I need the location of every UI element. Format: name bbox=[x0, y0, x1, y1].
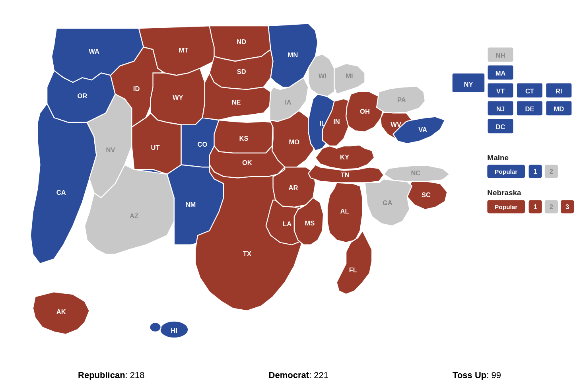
republican-count: Republican: 218 bbox=[78, 370, 145, 380]
state-MD-box bbox=[546, 101, 572, 116]
state-KS bbox=[214, 120, 273, 153]
maine-popular-label: Popular bbox=[495, 168, 517, 175]
tossup-count: Toss Up: 99 bbox=[453, 370, 501, 380]
nebraska-popular-label: Popular bbox=[495, 204, 517, 210]
state-DC-box bbox=[487, 118, 513, 134]
state-AK bbox=[33, 292, 89, 334]
maine-1-label: 1 bbox=[534, 168, 537, 175]
state-RI-box bbox=[546, 83, 572, 98]
state-NY-box bbox=[452, 73, 485, 93]
state-VT-box bbox=[487, 83, 513, 98]
state-MI bbox=[334, 64, 365, 94]
state-AL bbox=[327, 182, 363, 242]
nebraska-legend-label: Nebraska bbox=[487, 188, 521, 197]
footer: Republican: 218 Democrat: 221 Toss Up: 9… bbox=[0, 358, 579, 392]
republican-label: Republican bbox=[78, 370, 125, 380]
nebraska-3-label: 3 bbox=[565, 203, 569, 211]
state-NH-box bbox=[487, 47, 513, 62]
state-PA bbox=[377, 86, 425, 113]
state-HI-2 bbox=[150, 322, 161, 332]
nebraska-1-label: 1 bbox=[534, 203, 537, 211]
state-GA bbox=[365, 179, 412, 226]
tossup-label: Toss Up bbox=[453, 370, 486, 380]
nebraska-2-label: 2 bbox=[550, 203, 553, 211]
state-CT-box bbox=[517, 83, 543, 98]
state-WI bbox=[308, 54, 336, 97]
maine-2-label: 2 bbox=[550, 168, 553, 175]
state-MA-box bbox=[487, 65, 513, 80]
democrat-value: 221 bbox=[314, 370, 328, 380]
democrat-label: Democrat bbox=[269, 370, 309, 380]
map-container: WA OR CA NV AZ ID MT WY UT CO NM ND bbox=[0, 0, 579, 358]
maine-legend-label: Maine bbox=[487, 153, 509, 162]
state-HI bbox=[160, 321, 188, 338]
state-KY bbox=[315, 145, 374, 170]
tossup-value: 99 bbox=[491, 370, 501, 380]
republican-value: 218 bbox=[130, 370, 145, 380]
state-SC bbox=[407, 181, 447, 210]
state-WY bbox=[151, 68, 205, 125]
state-NC bbox=[384, 166, 450, 182]
democrat-count: Democrat: 221 bbox=[269, 370, 328, 380]
state-DE-box bbox=[517, 101, 543, 116]
state-NJ-box bbox=[487, 101, 513, 116]
